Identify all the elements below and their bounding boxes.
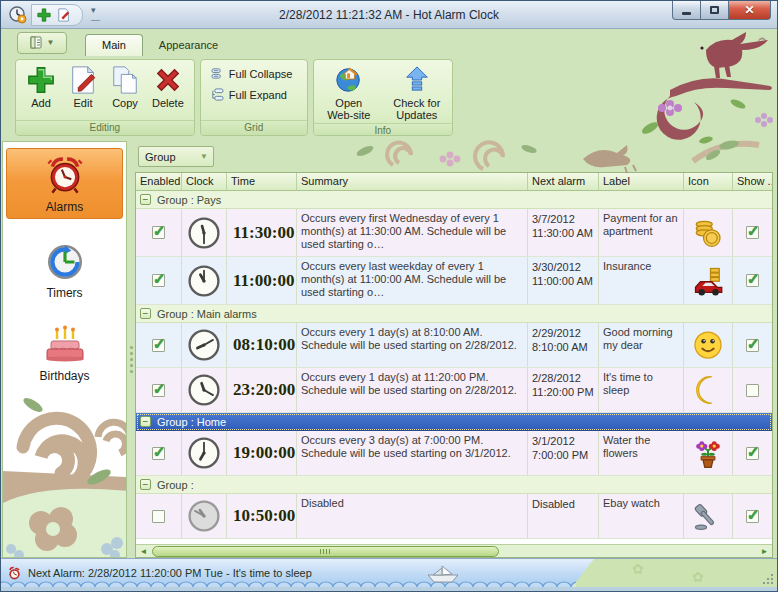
table-row[interactable]: 11:00:00Occurs every last weekday of eve… (136, 257, 772, 305)
check-updates-button[interactable]: Check for Updates (386, 63, 448, 123)
title-bar[interactable]: ▾— 2/28/2012 11:21:32 AM - Hot Alarm Clo… (1, 1, 777, 29)
edit-icon (57, 8, 71, 22)
time-cell: 10:50:00 (227, 494, 297, 538)
show-checkbox[interactable] (746, 384, 759, 397)
expand-icon (211, 88, 224, 101)
column-header-summary[interactable]: Summary (297, 173, 528, 190)
group-title: Group : Pays (157, 194, 221, 206)
enabled-checkbox[interactable] (152, 447, 165, 460)
sidebar-item-label: Birthdays (39, 369, 89, 383)
show-checkbox[interactable] (746, 274, 759, 287)
scrollbar-track[interactable] (150, 546, 758, 557)
column-header-enabled[interactable]: Enabled (136, 173, 182, 190)
quick-add-button[interactable] (34, 5, 54, 25)
table-row[interactable]: 19:00:00Occurs every 3 day(s) at 7:00:00… (136, 431, 772, 476)
show-checkbox[interactable] (746, 510, 759, 523)
horizontal-scrollbar[interactable]: ◄ ► (136, 544, 772, 557)
gavel-icon (693, 501, 723, 531)
alarm-clock-icon (7, 566, 22, 581)
sidebar-item-label: Alarms (46, 200, 83, 214)
clock-icon (186, 215, 222, 251)
label-cell: Good morning my dear (599, 323, 684, 367)
scrollbar-thumb[interactable] (152, 546, 499, 557)
sidebar-item-alarms[interactable]: Alarms (6, 148, 123, 219)
full-expand-button[interactable]: Full Expand (211, 88, 293, 101)
edit-icon (68, 65, 98, 95)
collapse-group-button[interactable]: − (140, 416, 151, 427)
time-cell: 08:10:00 (227, 323, 297, 367)
resize-grip[interactable] (761, 572, 774, 585)
column-header-clock[interactable]: Clock (182, 173, 227, 190)
collapse-group-button[interactable]: − (140, 479, 151, 490)
maximize-button[interactable] (701, 1, 729, 20)
scroll-left-icon[interactable]: ◄ (137, 546, 150, 557)
copy-button[interactable]: Copy (104, 63, 146, 111)
group-label-grid: Grid (201, 120, 307, 135)
enabled-checkbox[interactable] (152, 226, 165, 239)
smiley-icon (693, 330, 723, 360)
scroll-right-icon[interactable]: ► (758, 546, 771, 557)
open-website-button[interactable]: Open Web-site (318, 63, 380, 123)
minimize-icon (682, 12, 691, 15)
quick-edit-button[interactable] (54, 5, 74, 25)
show-checkbox[interactable] (746, 447, 759, 460)
table-row[interactable]: 23:20:00Occurs every 1 day(s) at 11:20:0… (136, 368, 772, 413)
add-button[interactable]: Add (20, 63, 62, 111)
group-row[interactable]: −Group : (136, 476, 772, 494)
column-header-label[interactable]: Label (599, 173, 684, 190)
alarm-clock-icon (44, 155, 86, 197)
column-header-show[interactable]: Show ... (733, 173, 772, 190)
close-button[interactable]: ✕ (729, 1, 771, 20)
enabled-checkbox[interactable] (152, 510, 165, 523)
maximize-icon (710, 6, 719, 14)
show-checkbox[interactable] (746, 226, 759, 239)
ribbon: Add Edit Copy Delete Editing (1, 56, 777, 141)
group-row[interactable]: −Group : Main alarms (136, 305, 772, 323)
time-cell: 11:00:00 (227, 257, 297, 304)
group-by-combobox[interactable]: Group ▼ (138, 146, 214, 167)
collapse-group-button[interactable]: − (140, 308, 151, 319)
column-header-next-alarm[interactable]: Next alarm (528, 173, 599, 190)
full-collapse-button[interactable]: Full Collapse (211, 67, 293, 80)
update-arrow-icon (402, 65, 432, 95)
enabled-checkbox[interactable] (152, 274, 165, 287)
plus-icon (37, 8, 51, 22)
edit-button[interactable]: Edit (62, 63, 104, 111)
group-row[interactable]: −Group : Pays (136, 191, 772, 209)
column-header-icon[interactable]: Icon (684, 173, 733, 190)
status-message: Next Alarm: 2/28/2012 11:20:00 PM Tue - … (7, 566, 312, 581)
summary-cell: Occurs every first Wednesday of every 1 … (297, 209, 528, 256)
tab-appearance[interactable]: Appearance (143, 35, 234, 56)
sidebar-item-timers[interactable]: Timers (6, 235, 123, 304)
collapse-group-button[interactable]: − (140, 194, 151, 205)
delete-button[interactable]: Delete (146, 63, 190, 111)
show-checkbox[interactable] (746, 339, 759, 352)
enabled-checkbox[interactable] (152, 339, 165, 352)
chevron-down-icon: ▼ (47, 38, 55, 47)
coins-icon (693, 218, 723, 248)
flower-decoration: ✿ (632, 561, 644, 577)
label-cell: Payment for an apartment (599, 209, 684, 256)
status-bar-green-panel: ✿ ✿ (572, 559, 777, 587)
time-cell: 23:20:00 (227, 368, 297, 412)
group-row[interactable]: −Group : Home (136, 413, 772, 431)
group-label-info: Info (314, 123, 452, 136)
table-row[interactable]: 08:10:00Occurs every 1 day(s) at 8:10:00… (136, 323, 772, 368)
table-row[interactable]: 10:50:00DisabledDisabledEbay watch (136, 494, 772, 539)
enabled-checkbox[interactable] (152, 384, 165, 397)
tab-main[interactable]: Main (85, 34, 143, 56)
clock-icon (186, 327, 222, 363)
flowers-icon (693, 438, 723, 468)
qat-customize-button[interactable]: ▾— (91, 5, 99, 25)
clock-icon (186, 435, 222, 471)
sidebar-item-birthdays[interactable]: Birthdays (6, 318, 123, 387)
application-menu-button[interactable]: ▼ (17, 32, 67, 54)
minimize-button[interactable] (672, 1, 701, 20)
content-area: Group ▼ Enabled Clock Time Summary Next … (135, 141, 777, 558)
minimize-ribbon-icon[interactable]: ︽ (758, 35, 767, 40)
table-row[interactable]: 11:30:00Occurs every first Wednesday of … (136, 209, 772, 257)
ribbon-group-info: Open Web-site Check for Updates Info (313, 59, 453, 136)
app-icon (9, 6, 27, 24)
column-header-time[interactable]: Time (227, 173, 297, 190)
sidebar-splitter[interactable] (127, 141, 135, 558)
